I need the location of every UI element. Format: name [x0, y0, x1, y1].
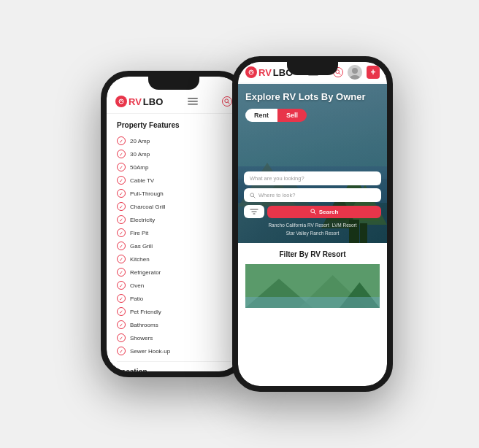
feature-label: 20 Amp	[130, 138, 150, 144]
scene: RVLBO Property Features 20 Amp 3	[0, 0, 479, 448]
feature-label: Electricity	[130, 217, 155, 223]
left-header: RVLBO	[107, 93, 241, 114]
resort-link-3[interactable]: Star Valley Ranch Resort	[244, 231, 381, 236]
check-icon	[117, 242, 126, 250]
avatar[interactable]	[348, 65, 362, 80]
resort-preview-image	[245, 264, 380, 308]
logo-rv-right: RV	[258, 67, 272, 78]
feature-label: Sewer Hook-up	[130, 348, 170, 355]
plus-button[interactable]: +	[367, 66, 380, 79]
location-title: Location	[117, 368, 231, 371]
feature-label: Patio	[130, 296, 143, 302]
feature-label: Pet Friendly	[130, 309, 161, 315]
rent-sell-buttons: Rent Sell	[245, 109, 380, 122]
resort-link-2[interactable]: LVM Resort	[332, 223, 357, 228]
left-phone: RVLBO Property Features 20 Amp 3	[101, 71, 247, 377]
svg-rect-3	[188, 104, 198, 105]
feature-label: 50Amp	[130, 164, 148, 171]
left-content: Property Features 20 Amp 30 Amp 50Amp Ca…	[107, 114, 241, 371]
hamburger-icon[interactable]	[188, 96, 198, 107]
feature-label: Bathrooms	[130, 322, 158, 328]
feature-item[interactable]: Oven	[117, 281, 231, 290]
logo-icon-left	[115, 96, 127, 107]
logo-icon-right	[245, 66, 257, 78]
feature-label: Gas Grill	[130, 243, 153, 250]
feature-label: Refrigerator	[130, 269, 161, 276]
logo-lbo-left: LBO	[143, 96, 163, 107]
check-icon	[117, 268, 126, 277]
feature-item[interactable]: Refrigerator	[117, 268, 231, 277]
right-logo: RVLBO	[245, 66, 293, 78]
rent-button[interactable]: Rent	[245, 109, 277, 122]
location-section: Location	[117, 361, 231, 371]
check-icon	[117, 150, 126, 158]
resort-link-1[interactable]: Rancho California RV Resort	[268, 223, 329, 228]
feature-item[interactable]: Patio	[117, 294, 231, 303]
sell-button[interactable]: Sell	[277, 109, 307, 122]
check-icon	[117, 307, 126, 316]
hero-title: Explore RV Lots By Owner	[245, 91, 380, 103]
feature-item[interactable]: Charcoal Grill	[117, 202, 231, 211]
feature-item[interactable]: Kitchen	[117, 255, 231, 263]
svg-line-11	[339, 73, 340, 74]
filter-section: Filter By RV Resort	[238, 243, 387, 312]
feature-label: Oven	[130, 282, 144, 289]
right-phone: RVLBO +	[232, 56, 393, 392]
where-placeholder: Where to look?	[258, 192, 295, 198]
check-icon	[117, 281, 126, 290]
features-list: 20 Amp 30 Amp 50Amp Cable TV Pull-Throug…	[117, 136, 231, 355]
feature-item[interactable]: 20 Amp	[117, 136, 231, 145]
search-button[interactable]: Search	[267, 206, 381, 218]
feature-item[interactable]: Fire Pit	[117, 228, 231, 237]
search-icon-left[interactable]	[222, 96, 232, 107]
feature-label: Kitchen	[130, 256, 150, 263]
svg-rect-33	[245, 297, 380, 308]
right-screen: RVLBO +	[238, 62, 387, 386]
feature-item[interactable]: Cable TV	[117, 176, 231, 185]
feature-label: Pull-Through	[130, 190, 164, 197]
svg-rect-1	[188, 98, 198, 99]
where-input[interactable]: Where to look?	[244, 188, 381, 202]
filter-title: Filter By RV Resort	[245, 250, 380, 258]
feature-label: Fire Pit	[130, 230, 148, 236]
check-icon	[117, 228, 126, 237]
feature-label: Showers	[130, 335, 153, 341]
check-icon	[117, 215, 126, 224]
feature-item[interactable]: Pull-Through	[117, 189, 231, 198]
left-screen: RVLBO Property Features 20 Amp 3	[107, 77, 241, 371]
check-icon	[117, 320, 126, 329]
check-icon	[117, 176, 126, 185]
svg-rect-2	[188, 101, 198, 102]
svg-line-23	[253, 196, 255, 198]
feature-item[interactable]: Gas Grill	[117, 242, 231, 250]
feature-item[interactable]: Pet Friendly	[117, 307, 231, 316]
hero-text: Explore RV Lots By Owner Rent Sell	[245, 91, 380, 122]
hero-section: Explore RV Lots By Owner Rent Sell What …	[238, 82, 387, 243]
filter-button[interactable]	[244, 205, 264, 218]
check-icon	[117, 347, 126, 355]
svg-line-28	[314, 212, 315, 214]
logo-rv-left: RV	[129, 96, 142, 107]
search-label: Search	[319, 209, 339, 215]
feature-label: Cable TV	[130, 177, 154, 184]
property-features-title: Property Features	[117, 121, 231, 129]
check-icon	[117, 163, 126, 171]
feature-item[interactable]: Bathrooms	[117, 320, 231, 329]
what-input[interactable]: What are you looking?	[244, 171, 381, 185]
check-icon	[117, 333, 126, 342]
search-row: Search	[244, 205, 381, 218]
feature-item[interactable]: Sewer Hook-up	[117, 347, 231, 355]
feature-label: Charcoal Grill	[130, 204, 165, 210]
search-form: What are you looking? Where to look?	[244, 171, 381, 236]
header-icons-right: +	[333, 65, 380, 80]
feature-item[interactable]: 30 Amp	[117, 150, 231, 158]
left-logo: RVLBO	[115, 96, 163, 107]
feature-item[interactable]: Electricity	[117, 215, 231, 224]
check-icon	[117, 136, 126, 145]
svg-point-13	[352, 68, 358, 74]
check-icon	[117, 255, 126, 263]
feature-item[interactable]: 50Amp	[117, 163, 231, 171]
check-icon	[117, 202, 126, 211]
what-placeholder: What are you looking?	[250, 175, 304, 182]
feature-item[interactable]: Showers	[117, 333, 231, 342]
